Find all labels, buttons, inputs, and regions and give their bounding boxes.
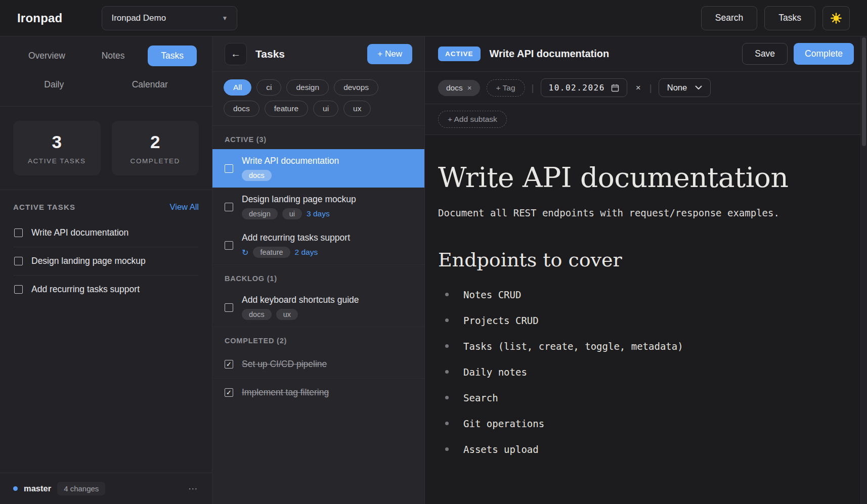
sidebar-nav: OverviewNotesTasks DailyCalendar bbox=[0, 36, 212, 107]
sidebar-tab-tasks[interactable]: Tasks bbox=[148, 45, 197, 66]
recurrence-value: None bbox=[667, 83, 687, 93]
detail-tag-docs[interactable]: docs × bbox=[438, 80, 480, 96]
checkbox-icon[interactable] bbox=[225, 303, 233, 312]
sidebar-tab-overview[interactable]: Overview bbox=[15, 45, 78, 66]
task-title: Implement tag filtering bbox=[242, 387, 329, 398]
task-list: ACTIVE (3)Write API documentationdocsDes… bbox=[212, 126, 424, 504]
filter-pill-all[interactable]: All bbox=[224, 79, 251, 96]
detail-title: Write API documentation bbox=[490, 48, 610, 60]
task-section-completed-2: COMPLETED (2)Set up CI/CD pipelineImplem… bbox=[212, 327, 424, 406]
sidebar-task-row[interactable]: Write API documentation bbox=[13, 219, 199, 247]
filter-pill-docs[interactable]: docs bbox=[224, 101, 259, 117]
scrollbar-thumb[interactable] bbox=[862, 37, 866, 146]
clear-date-button[interactable]: × bbox=[634, 82, 643, 94]
checkbox-icon[interactable] bbox=[14, 257, 23, 265]
task-row[interactable]: Implement tag filtering bbox=[212, 378, 424, 406]
checkbox-icon[interactable] bbox=[225, 241, 233, 250]
task-detail-panel: ACTIVE Write API documentation Save Comp… bbox=[425, 36, 867, 504]
view-all-link[interactable]: View All bbox=[170, 202, 199, 212]
theme-toggle-button[interactable] bbox=[822, 6, 850, 30]
detail-meta-row: docs × + Tag | 10.02.2026 × | None bbox=[425, 72, 867, 104]
sidebar-task-row[interactable]: Design landing page mockup bbox=[13, 247, 199, 276]
task-row[interactable]: Set up CI/CD pipeline bbox=[212, 350, 424, 378]
task-title: Add keyboard shortcuts guide bbox=[242, 295, 359, 305]
sidebar-active-tasks: ACTIVE TASKS View All Write API document… bbox=[0, 190, 212, 303]
task-row[interactable]: Add recurring tasks support↻feature2 day… bbox=[212, 226, 424, 264]
task-list-panel: ← Tasks + New Allcidesigndevopsdocsfeatu… bbox=[212, 36, 425, 504]
task-row[interactable]: Design landing page mockupdesignui3 days bbox=[212, 188, 424, 226]
sidebar-task-label: Write API documentation bbox=[31, 227, 128, 238]
task-body: Write API documentationdocs bbox=[242, 156, 339, 181]
add-tag-button[interactable]: + Tag bbox=[487, 79, 525, 97]
tag-pill-ui: ui bbox=[282, 208, 302, 219]
recurrence-select[interactable]: None bbox=[659, 78, 711, 97]
filter-pill-ci[interactable]: ci bbox=[256, 79, 281, 96]
add-subtask-button[interactable]: + Add subtask bbox=[438, 111, 507, 128]
chevron-down-icon bbox=[695, 85, 702, 90]
bullet-item: Git operations bbox=[438, 418, 847, 429]
checkbox-icon[interactable] bbox=[225, 388, 233, 397]
checkbox-icon[interactable] bbox=[225, 360, 233, 369]
sidebar-tabs-row2: DailyCalendar bbox=[10, 74, 202, 95]
recurring-icon: ↻ bbox=[242, 248, 248, 257]
sidebar-task-label: Add recurring tasks support bbox=[31, 284, 140, 295]
stat-card-active-tasks: 3ACTIVE TASKS bbox=[13, 121, 101, 175]
checkbox-icon[interactable] bbox=[225, 164, 233, 173]
filter-pill-ux[interactable]: ux bbox=[343, 101, 371, 117]
sidebar-tab-calendar[interactable]: Calendar bbox=[119, 74, 181, 95]
complete-button[interactable]: Complete bbox=[794, 43, 854, 65]
filter-pill-feature[interactable]: feature bbox=[265, 101, 308, 117]
save-button[interactable]: Save bbox=[742, 43, 788, 65]
checkbox-icon[interactable] bbox=[14, 228, 23, 237]
more-menu-icon[interactable]: ⋯ bbox=[188, 483, 199, 494]
sidebar-tabs-row1: OverviewNotesTasks bbox=[10, 45, 202, 66]
checkbox-icon[interactable] bbox=[225, 203, 233, 211]
tag-filters: Allcidesigndevopsdocsfeatureuiux bbox=[212, 72, 424, 126]
tasks-button[interactable]: Tasks bbox=[764, 6, 815, 30]
detail-tags: docs × bbox=[438, 80, 480, 96]
back-button[interactable]: ← bbox=[225, 43, 247, 65]
bullet-item: Tasks (list, create, toggle, metadata) bbox=[438, 341, 847, 352]
task-section-backlog-1: BACKLOG (1)Add keyboard shortcuts guided… bbox=[212, 264, 424, 327]
task-row[interactable]: Write API documentationdocs bbox=[212, 149, 424, 188]
right-scrollbar[interactable] bbox=[860, 36, 867, 504]
filter-pill-devops[interactable]: devops bbox=[334, 79, 378, 96]
project-select-value: Ironpad Demo bbox=[111, 13, 166, 23]
document-intro: Document all REST endpoints with request… bbox=[438, 207, 847, 218]
stats-cards: 3ACTIVE TASKS2COMPLETED bbox=[0, 107, 212, 190]
due-label: 3 days bbox=[307, 209, 330, 218]
topbar: Ironpad Ironpad Demo ▼ Search Tasks bbox=[0, 0, 867, 36]
app-logo: Ironpad bbox=[17, 11, 62, 25]
new-task-button[interactable]: + New bbox=[367, 44, 412, 64]
task-title: Set up CI/CD pipeline bbox=[242, 359, 327, 370]
filter-pill-ui[interactable]: ui bbox=[313, 101, 338, 117]
back-arrow-icon: ← bbox=[231, 48, 241, 60]
stat-value: 3 bbox=[52, 132, 62, 152]
task-meta: designui3 days bbox=[242, 208, 356, 219]
meta-separator: | bbox=[532, 82, 534, 94]
sidebar-tab-daily[interactable]: Daily bbox=[31, 74, 77, 95]
checkbox-icon[interactable] bbox=[14, 285, 23, 294]
task-meta: docs bbox=[242, 170, 339, 181]
changes-badge: 4 changes bbox=[57, 482, 105, 495]
document-heading: Write API documentation bbox=[438, 161, 847, 194]
document-subheading: Endpoints to cover bbox=[438, 249, 847, 271]
section-heading: ACTIVE (3) bbox=[212, 126, 424, 149]
calendar-icon bbox=[611, 84, 619, 92]
sidebar-task-row[interactable]: Add recurring tasks support bbox=[13, 276, 199, 303]
search-button[interactable]: Search bbox=[701, 6, 757, 30]
sidebar-tab-notes[interactable]: Notes bbox=[89, 45, 138, 66]
remove-tag-icon[interactable]: × bbox=[467, 83, 472, 92]
task-panel-title: Tasks bbox=[255, 48, 285, 60]
task-meta: ↻feature2 days bbox=[242, 247, 350, 258]
project-select[interactable]: Ironpad Demo ▼ bbox=[102, 6, 237, 30]
tag-pill-docs: docs bbox=[242, 309, 272, 320]
filter-pill-design[interactable]: design bbox=[286, 79, 329, 96]
status-badge: ACTIVE bbox=[438, 47, 481, 61]
git-status-bar: master 4 changes ⋯ bbox=[0, 473, 212, 504]
branch-dot-icon bbox=[13, 486, 18, 491]
due-date-field[interactable]: 10.02.2026 bbox=[541, 78, 627, 97]
bullet-item: Search bbox=[438, 392, 847, 403]
subtask-row: + Add subtask bbox=[425, 104, 867, 135]
task-row[interactable]: Add keyboard shortcuts guidedocsux bbox=[212, 288, 424, 327]
